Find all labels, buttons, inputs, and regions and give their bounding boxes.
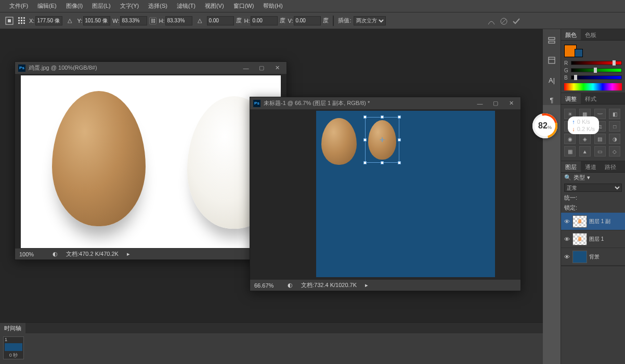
commit-transform-icon[interactable] — [512, 17, 521, 26]
handle-left-mid[interactable] — [363, 138, 367, 141]
menu-select[interactable]: 选择(S) — [145, 1, 171, 11]
menu-layer[interactable]: 图层(L) — [89, 1, 113, 11]
menu-filter[interactable]: 滤镜(T) — [174, 1, 199, 11]
character-icon[interactable]: A| — [546, 75, 557, 85]
adj-threshold-icon[interactable]: ▲ — [579, 146, 591, 157]
tab-styles[interactable]: 样式 — [581, 93, 601, 104]
doc-profile-icon[interactable]: ◐ — [53, 251, 58, 257]
zoom-value-1[interactable]: 100% — [19, 251, 44, 257]
chevron-down-icon[interactable]: ▾ — [587, 174, 590, 181]
g-slider[interactable] — [571, 68, 622, 72]
maximize-button-1[interactable]: ▢ — [255, 64, 268, 72]
layer-thumbnail[interactable] — [572, 251, 587, 263]
visibility-toggle-icon[interactable]: 👁 — [563, 254, 570, 260]
layer-thumbnail[interactable]: 🥚 — [572, 233, 587, 245]
handle-bottom-mid[interactable] — [381, 161, 384, 164]
x-field[interactable] — [35, 16, 62, 25]
menu-image[interactable]: 图像(I) — [63, 1, 86, 11]
delta-icon[interactable]: △ — [64, 16, 75, 26]
tab-color[interactable]: 颜色 — [561, 29, 581, 40]
titlebar-1[interactable]: Ps 鸡蛋.jpg @ 100%(RGB/8#) — ▢ ✕ — [15, 62, 287, 74]
layer-name[interactable]: 图层 1 副 — [589, 218, 610, 225]
handle-top-right[interactable] — [398, 115, 401, 119]
menu-window[interactable]: 窗口(W) — [230, 1, 257, 11]
visibility-toggle-icon[interactable]: 👁 — [563, 218, 570, 225]
w-field[interactable] — [120, 16, 147, 25]
spectrum-bar[interactable] — [564, 83, 622, 90]
interp-select[interactable]: 两次立方 — [354, 16, 386, 25]
close-button-2[interactable]: ✕ — [505, 99, 517, 108]
handle-top-mid[interactable] — [381, 115, 384, 119]
menu-file[interactable]: 文件(F) — [6, 1, 31, 11]
h-field[interactable] — [165, 16, 192, 25]
adj-gradient-map-icon[interactable]: ▭ — [594, 146, 606, 157]
adj-invert-icon[interactable]: ◑ — [609, 134, 620, 144]
titlebar-2[interactable]: Ps 未标题-1 @ 66.7% (图层 1 副本, RGB/8) * — ▢ … — [250, 97, 520, 110]
layer-name[interactable]: 图层 1 — [589, 236, 604, 243]
minimize-button-2[interactable]: — — [474, 99, 486, 108]
handle-top-left[interactable] — [363, 115, 367, 119]
canvas-1[interactable] — [15, 74, 287, 248]
tab-swatches[interactable]: 色板 — [581, 29, 601, 40]
properties-icon[interactable] — [546, 55, 557, 66]
adj-selective-icon[interactable]: ◇ — [609, 146, 620, 157]
maximize-button-2[interactable]: ▢ — [489, 99, 502, 108]
docinfo-menu-icon[interactable]: ▸ — [127, 251, 130, 257]
menu-edit[interactable]: 编辑(E) — [34, 1, 60, 11]
y-field[interactable] — [83, 16, 110, 25]
adj-channel-mixer-icon[interactable]: ◈ — [579, 134, 591, 144]
layer-thumbnail[interactable]: 🥚 — [572, 215, 587, 228]
adj-photo-filter-icon[interactable]: ◉ — [564, 134, 576, 144]
link-wh-icon[interactable]: ⛓ — [149, 17, 157, 24]
layer-row-bg[interactable]: 👁 背景 — [561, 248, 625, 266]
layer-row-2[interactable]: 👁 🥚 图层 1 — [561, 230, 625, 248]
layer-row-1[interactable]: 👁 🥚 图层 1 副 — [561, 213, 625, 230]
menu-help[interactable]: 帮助(H) — [260, 1, 285, 11]
vskew-field[interactable] — [294, 16, 321, 25]
minimize-button-1[interactable]: — — [240, 64, 252, 72]
b-slider[interactable] — [571, 75, 622, 80]
tab-paths[interactable]: 路径 — [601, 161, 620, 172]
warp-mode-icon[interactable] — [487, 17, 496, 26]
document-window-1[interactable]: Ps 鸡蛋.jpg @ 100%(RGB/8#) — ▢ ✕ 100% ◐ 文档… — [15, 61, 287, 260]
doc-profile-icon[interactable]: ◐ — [288, 282, 293, 289]
tab-timeline[interactable]: 时间轴 — [0, 323, 25, 333]
layer-name[interactable]: 背景 — [589, 253, 600, 261]
cancel-transform-icon[interactable] — [499, 17, 509, 26]
adj-posterize-icon[interactable]: ▦ — [564, 146, 576, 157]
tab-channels[interactable]: 通道 — [581, 161, 601, 172]
adj-bw-icon[interactable]: □ — [609, 121, 620, 132]
frame-delay[interactable]: 0 秒 — [9, 352, 18, 359]
filter-kind-icon[interactable]: 🔍 — [564, 174, 571, 181]
b-label: B — [564, 75, 569, 81]
transform-tool-icon[interactable] — [4, 16, 15, 26]
visibility-toggle-icon[interactable]: 👁 — [563, 236, 570, 242]
document-window-2[interactable]: Ps 未标题-1 @ 66.7% (图层 1 副本, RGB/8) * — ▢ … — [250, 97, 521, 291]
adj-exposure-icon[interactable]: ◧ — [609, 109, 620, 119]
background-color-swatch[interactable] — [575, 49, 583, 57]
r-slider[interactable] — [571, 61, 622, 65]
canvas-2[interactable]: ✛ — [250, 110, 520, 279]
zoom-value-2[interactable]: 66.67% — [254, 282, 279, 289]
blend-mode-select[interactable]: 正常 — [564, 184, 622, 192]
reference-point-icon[interactable] — [17, 16, 27, 26]
close-button-1[interactable]: ✕ — [271, 64, 283, 72]
menu-type[interactable]: 文字(Y) — [117, 1, 142, 11]
system-monitor-badge[interactable]: 82 % — [532, 113, 557, 138]
adj-lookup-icon[interactable]: ▤ — [594, 134, 606, 144]
menu-view[interactable]: 视图(V) — [202, 1, 227, 11]
handle-right-mid[interactable] — [398, 138, 401, 141]
paragraph-icon[interactable]: ¶ — [546, 95, 557, 105]
tab-layers[interactable]: 图层 — [561, 161, 581, 172]
tab-adjustments[interactable]: 调整 — [561, 93, 581, 104]
history-icon[interactable] — [546, 35, 557, 46]
transform-box[interactable]: ✛ — [365, 117, 399, 163]
angle-field[interactable] — [207, 16, 234, 25]
animation-frame[interactable]: 1 0 秒 — [3, 336, 24, 359]
hskew-field[interactable] — [251, 16, 278, 25]
docinfo-menu-icon[interactable]: ▸ — [365, 282, 368, 289]
upload-speed: 0 K/s — [577, 119, 590, 125]
handle-bottom-right[interactable] — [398, 161, 401, 164]
handle-bottom-left[interactable] — [363, 161, 367, 164]
transform-center-icon[interactable]: ✛ — [379, 137, 385, 143]
